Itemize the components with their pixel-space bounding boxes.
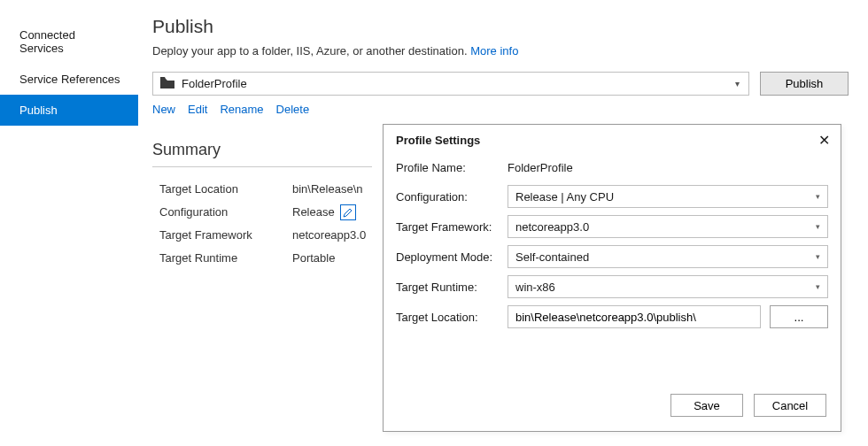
field-target-runtime-select[interactable]: win-x86 ▾: [508, 275, 828, 298]
field-target-runtime-label: Target Runtime:: [396, 281, 508, 294]
publish-button[interactable]: Publish: [760, 72, 849, 96]
field-configuration-select[interactable]: Release | Any CPU ▾: [508, 185, 828, 208]
field-target-framework-label: Target Framework:: [396, 220, 508, 234]
field-target-framework-value: netcoreapp3.0: [515, 220, 589, 234]
dialog-title: Profile Settings: [396, 134, 480, 147]
field-target-runtime-value: win-x86: [515, 281, 555, 294]
field-deployment-mode-value: Self-contained: [515, 250, 589, 264]
summary-configuration-label: Configuration: [152, 201, 292, 224]
profile-rename-link[interactable]: Rename: [220, 103, 263, 116]
nav-publish[interactable]: Publish: [0, 95, 138, 126]
subtitle-text: Deploy your app to a folder, IIS, Azure,…: [152, 44, 468, 58]
cancel-button[interactable]: Cancel: [754, 394, 826, 417]
chevron-down-icon: ▾: [816, 252, 820, 261]
profile-new-link[interactable]: New: [152, 103, 175, 116]
field-profile-name-value: FolderProfile: [508, 158, 573, 178]
page-subtitle: Deploy your app to a folder, IIS, Azure,…: [152, 44, 849, 58]
field-configuration-value: Release | Any CPU: [515, 190, 614, 204]
chevron-down-icon: ▾: [816, 222, 820, 231]
profile-delete-link[interactable]: Delete: [276, 103, 310, 116]
summary-target-location-value: bin\Release\n: [292, 178, 363, 201]
summary-heading: Summary: [152, 141, 372, 167]
profile-edit-link[interactable]: Edit: [188, 103, 207, 116]
summary-target-runtime-label: Target Runtime: [152, 247, 292, 270]
chevron-down-icon: ▾: [816, 282, 820, 291]
nav-service-references[interactable]: Service References: [0, 64, 138, 95]
summary-target-location-label: Target Location: [152, 178, 292, 201]
folder-icon: [160, 77, 174, 90]
page-title: Publish: [152, 16, 849, 37]
field-target-framework-select[interactable]: netcoreapp3.0 ▾: [508, 215, 828, 238]
profile-settings-dialog: Profile Settings ✕ Profile Name: FolderP…: [383, 124, 841, 432]
field-profile-name-label: Profile Name:: [396, 161, 508, 174]
summary-target-runtime-value: Portable: [292, 247, 335, 270]
profile-dropdown[interactable]: FolderProfile ▾: [152, 72, 749, 96]
summary-configuration-value: Release: [292, 201, 335, 224]
field-target-location-label: Target Location:: [396, 311, 508, 324]
chevron-down-icon: ▾: [816, 192, 820, 201]
close-icon[interactable]: ✕: [818, 132, 830, 149]
sidebar: Connected Services Service References Pu…: [0, 0, 138, 446]
field-configuration-label: Configuration:: [396, 190, 508, 204]
nav-connected-services[interactable]: Connected Services: [0, 19, 138, 64]
summary-target-framework-value: netcoreapp3.0: [292, 224, 366, 247]
browse-button[interactable]: ...: [770, 305, 828, 328]
chevron-down-icon: ▾: [735, 79, 740, 88]
edit-configuration-icon[interactable]: [340, 204, 356, 220]
profile-selected-name: FolderProfile: [182, 77, 247, 90]
summary-target-framework-label: Target Framework: [152, 224, 292, 247]
more-info-link[interactable]: More info: [470, 44, 518, 58]
field-deployment-mode-label: Deployment Mode:: [396, 250, 508, 264]
field-target-location-input[interactable]: [508, 305, 761, 328]
field-deployment-mode-select[interactable]: Self-contained ▾: [508, 245, 828, 268]
save-button[interactable]: Save: [670, 394, 743, 417]
